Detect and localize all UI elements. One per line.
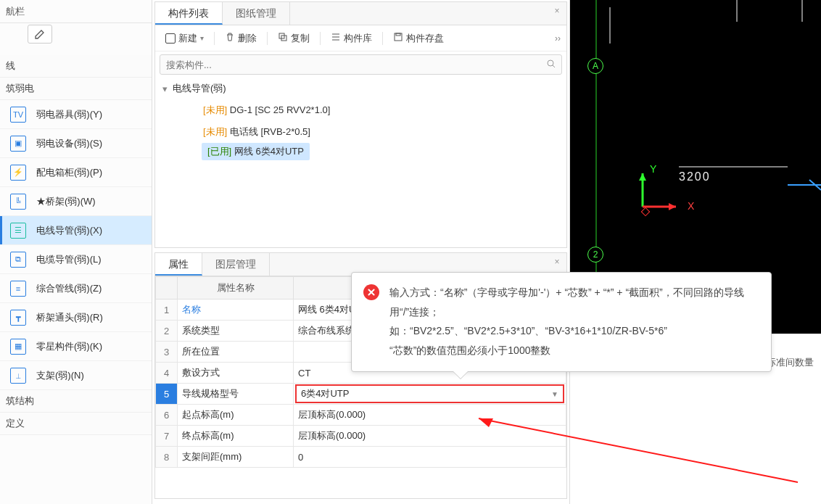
caret-down-icon: ▾ [162,83,168,94]
new-icon [165,33,176,44]
new-button[interactable]: 新建 ▾ [161,30,208,47]
prop-row-value[interactable]: 层顶标高(0.000) [294,405,566,426]
component-tree: ▾ 电线导管(弱) [未用] DG-1 [SC 25 RVV2*1.0][未用]… [155,78,566,168]
component-tabs: 构件列表 图纸管理 [155,2,566,25]
tree-item-tag: [已用] [207,146,231,157]
tree-item-name: DG-1 [SC 25 RVV2*1.0] [230,104,331,115]
prop-row-idx: 3 [156,342,178,363]
tab-properties[interactable]: 属性 [155,253,202,276]
sidebar-item[interactable]: ┳桥架通头(弱)(R) [0,303,152,332]
prop-row-idx: 1 [156,299,178,321]
prop-row-name: 所在位置 [178,342,294,363]
tree-item-name: 电话线 [RVB-2*0.5] [230,126,310,137]
prop-row-idx: 4 [156,363,178,384]
nav-item-icon: ⚡ [10,165,26,181]
sidebar-item[interactable]: ⚡配电箱柜(弱)(P) [0,158,152,187]
tooltip-line3: “芯数”的数值范围必须小于1000整数 [389,341,756,360]
tab-layer-manage[interactable]: 图层管理 [202,253,270,276]
tree-item[interactable]: [已用] 网线 6类4对UTP [202,143,310,160]
prop-row[interactable]: 8支架间距(mm)0 [156,447,566,468]
prop-row-name: 系统类型 [178,321,294,342]
save-button[interactable]: 构件存盘 [389,30,448,47]
chevron-down-icon: ▾ [200,34,204,42]
sidebar-item[interactable]: ⟂支架(弱)(N) [0,361,152,390]
error-icon [363,284,379,300]
nav-section-line: 线 [0,55,152,78]
sidebar-item[interactable]: ☰电线导管(弱)(X) [0,216,152,245]
prop-row-name: 起点标高(m) [178,405,294,426]
svg-rect-12 [641,207,649,215]
nav-section-weak[interactable]: 筑弱电 [0,78,152,100]
sidebar-item[interactable]: ▣弱电设备(弱)(S) [0,129,152,158]
combo-value: 6类4对UTP [301,387,349,400]
prop-row-idx: 8 [156,447,178,468]
nav-section-struct[interactable]: 筑结构 [0,390,152,413]
close-icon[interactable]: × [552,7,562,17]
search-input[interactable] [160,59,541,70]
col-attr-name: 属性名称 [178,277,294,299]
prop-row-name: 终点标高(m) [178,426,294,447]
sidebar-item[interactable]: ╚★桥架(弱)(W) [0,187,152,216]
toolbar-expand-icon[interactable]: ›› [555,33,561,44]
prop-row-idx: 7 [156,426,178,447]
tree-item[interactable]: [未用] DG-1 [SC 25 RVV2*1.0] [202,99,562,121]
axis-marker-2: 2 [587,247,603,263]
prop-row[interactable]: 5导线规格型号6类4对UTP▼ [156,384,566,405]
sidebar-item[interactable]: ▦零星构件(弱)(K) [0,332,152,361]
svg-marker-14 [639,173,646,181]
nav-item-label: 弱电器具(弱)(Y) [36,108,102,121]
tree-root[interactable]: ▾ 电线导管(弱) [未用] DG-1 [SC 25 RVV2*1.0][未用]… [173,82,562,160]
prop-row[interactable]: 6起点标高(m)层顶标高(0.000) [156,405,566,426]
prop-row-idx: 2 [156,321,178,342]
nav-item-icon: TV [10,107,26,123]
tree-item-name: 网线 6类4对UTP [234,146,304,157]
component-list-panel: × 构件列表 图纸管理 新建 ▾ 删除 复制 [154,1,567,248]
copy-button[interactable]: 复制 [273,30,314,47]
combo-highlight[interactable]: 6类4对UTP▼ [295,384,564,403]
tooltip-line2: 如：“BV2*2.5”、“BV2*2.5+3*10”、“BV-3*16+1*10… [389,321,756,341]
pencil-icon [34,28,46,40]
nav-item-label: 零星构件(弱)(K) [36,340,102,353]
nav-item-icon: ▣ [10,136,26,152]
nav-item-label: ★桥架(弱)(W) [36,195,96,208]
tree-item-tag: [未用] [203,126,227,137]
tooltip-line1: 输入方式：“名称”（字母或字母加'-'）+ “芯数” + “*” + “截面积”… [389,283,756,321]
delete-button[interactable]: 删除 [220,30,261,47]
nav-section-def[interactable]: 定义 [0,413,152,435]
sidebar-item[interactable]: ≡综合管线(弱)(Z) [0,274,152,303]
search-icon[interactable] [541,59,561,71]
nav-item-icon: ≡ [10,281,26,297]
validation-tooltip: 输入方式：“名称”（字母或字母加'-'）+ “芯数” + “*” + “截面积”… [351,272,772,372]
component-search[interactable] [160,54,562,75]
edit-button[interactable] [28,25,52,44]
tab-drawing-manage[interactable]: 图纸管理 [223,2,290,25]
copy-icon [278,32,288,44]
nav-item-label: 桥架通头(弱)(R) [36,311,103,324]
nav-item-icon: ╚ [10,194,26,210]
sidebar-item[interactable]: ⧉电缆导管(弱)(L) [0,245,152,274]
axis-y-label: Y [650,163,656,175]
prop-row-value[interactable]: 6类4对UTP▼ [294,384,566,405]
svg-marker-16 [669,203,676,210]
sidebar-item[interactable]: TV弱电器具(弱)(Y) [0,100,152,129]
prop-row-value[interactable]: 0 [294,447,566,468]
prop-row[interactable]: 7终点标高(m)层顶标高(0.000) [156,426,566,447]
lib-button[interactable]: 构件库 [326,30,376,47]
component-toolbar: 新建 ▾ 删除 复制 构件库 [155,25,566,51]
nav-item-label: 电缆导管(弱)(L) [36,253,102,266]
close-icon[interactable]: × [552,257,562,268]
save-icon [393,32,403,44]
nav-item-icon: ┳ [10,310,26,326]
nav-sidebar: 航栏 线 筑弱电 TV弱电器具(弱)(Y)▣弱电设备(弱)(S)⚡配电箱柜(弱)… [0,0,152,504]
nav-item-label: 电线导管(弱)(X) [36,224,102,237]
dimension-text: 3200 [679,170,711,183]
prop-row-value[interactable]: 层顶标高(0.000) [294,426,566,447]
nav-item-label: 弱电设备(弱)(S) [36,137,102,150]
axis-marker-a: A [587,58,603,74]
chevron-down-icon[interactable]: ▼ [545,390,558,398]
tab-component-list[interactable]: 构件列表 [155,2,223,25]
list-icon [331,32,341,44]
svg-point-4 [548,60,553,66]
tree-item[interactable]: [未用] 电话线 [RVB-2*0.5] [202,121,562,143]
nav-item-icon: ▦ [10,339,26,355]
